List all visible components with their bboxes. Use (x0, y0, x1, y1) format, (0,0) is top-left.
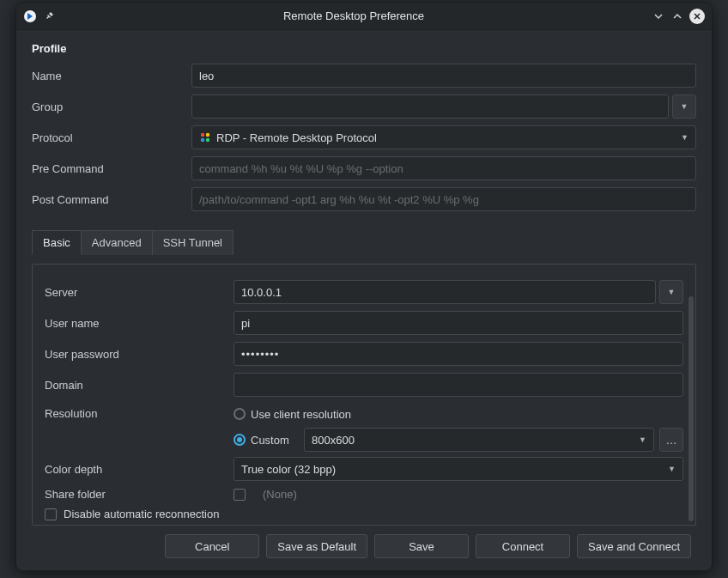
save-connect-button[interactable]: Save and Connect (577, 534, 691, 558)
save-default-button[interactable]: Save as Default (266, 534, 367, 558)
connect-button[interactable]: Connect (476, 534, 570, 558)
color-depth-label: Color depth (45, 463, 234, 476)
ellipsis-icon: … (666, 434, 677, 447)
svg-point-2 (206, 133, 209, 137)
post-command-label: Post Command (32, 193, 191, 206)
resolution-custom-value: 800x600 (312, 434, 355, 447)
rdp-protocol-icon (199, 131, 211, 143)
resolution-client-label: Use client resolution (251, 408, 351, 421)
resolution-custom-label: Custom (251, 434, 299, 447)
chevron-up-icon[interactable] (670, 9, 684, 23)
disable-reconnect-label: Disable automatic reconnection (64, 508, 219, 520)
share-folder-checkbox[interactable] (234, 489, 246, 501)
group-dropdown-button[interactable]: ▼ (672, 94, 696, 119)
chevron-down-icon[interactable] (652, 9, 665, 23)
post-command-input[interactable] (191, 187, 696, 211)
window-body: Profile Name Group ▼ Protocol (16, 30, 712, 570)
svg-point-4 (206, 138, 209, 142)
share-folder-label: Share folder (45, 488, 234, 501)
save-button[interactable]: Save (374, 534, 469, 558)
pin-icon[interactable] (42, 9, 56, 23)
tab-basic-panel: Server ▼ User name User password (33, 264, 695, 525)
pre-command-label: Pre Command (32, 162, 191, 175)
password-input[interactable] (234, 342, 683, 366)
disable-reconnect-checkbox[interactable] (45, 508, 57, 520)
resolution-client-radio[interactable] (234, 408, 246, 420)
protocol-label: Protocol (32, 131, 191, 144)
app-icon (23, 9, 37, 23)
group-input[interactable] (191, 94, 669, 119)
profile-section-title: Profile (32, 42, 696, 55)
password-label: User password (45, 348, 234, 361)
domain-input[interactable] (234, 373, 683, 397)
tab-ssh-tunnel[interactable]: SSH Tunnel (152, 230, 234, 255)
scrollbar[interactable] (689, 296, 694, 521)
chevron-down-icon: ▼ (668, 288, 676, 296)
chevron-down-icon: ▼ (668, 465, 676, 473)
tab-basic[interactable]: Basic (32, 230, 82, 255)
domain-label: Domain (45, 379, 234, 392)
resolution-label: Resolution (45, 404, 234, 420)
titlebar: Remote Desktop Preference (16, 3, 712, 30)
username-label: User name (45, 317, 234, 330)
color-depth-value: True color (32 bpp) (241, 463, 336, 476)
group-label: Group (32, 100, 191, 113)
chevron-down-icon: ▼ (681, 133, 689, 142)
cancel-button[interactable]: Cancel (165, 534, 259, 558)
share-folder-value: (None) (249, 488, 683, 501)
chevron-down-icon: ▼ (681, 102, 689, 111)
protocol-select[interactable]: RDP - Remote Desktop Protocol ▼ (191, 125, 696, 149)
footer: Cancel Save as Default Save Connect Save… (32, 526, 696, 562)
resolution-more-button[interactable]: … (659, 428, 683, 452)
pre-command-input[interactable] (191, 156, 696, 180)
resolution-custom-radio[interactable] (234, 434, 246, 446)
resolution-custom-select[interactable]: 800x600 ▼ (304, 428, 654, 452)
server-input[interactable] (234, 280, 656, 304)
username-input[interactable] (234, 311, 683, 335)
color-depth-select[interactable]: True color (32 bpp) ▼ (234, 457, 683, 481)
name-label: Name (32, 70, 191, 82)
server-history-button[interactable]: ▼ (659, 280, 683, 304)
tabs-panel: Server ▼ User name User password (32, 264, 696, 526)
name-input[interactable] (191, 64, 696, 88)
close-icon[interactable] (689, 9, 705, 24)
protocol-value: RDP - Remote Desktop Protocol (216, 131, 377, 144)
svg-point-1 (201, 133, 204, 137)
preference-window: Remote Desktop Preference Profile Name G… (15, 2, 713, 571)
window-title: Remote Desktop Preference (56, 9, 652, 22)
tab-advanced[interactable]: Advanced (81, 230, 153, 255)
chevron-down-icon: ▼ (639, 435, 646, 444)
server-label: Server (45, 286, 234, 299)
svg-point-3 (201, 138, 204, 142)
